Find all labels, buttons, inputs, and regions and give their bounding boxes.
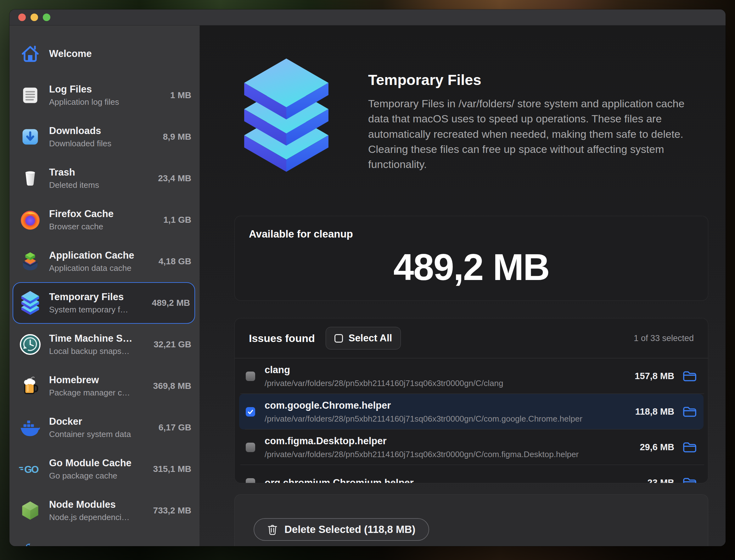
checkbox-unchecked-icon[interactable]: [246, 478, 255, 484]
issue-row-text: com.google.Chrome.helper /private/var/fo…: [265, 400, 629, 424]
sidebar-item-downloads[interactable]: Downloads Downloaded files 8,9 MB: [9, 116, 199, 158]
checkbox-checked-icon[interactable]: [246, 407, 255, 417]
sidebar-item-label: Firefox Cache: [49, 208, 114, 220]
traffic-light-close-button[interactable]: [18, 14, 26, 21]
open-folder-button[interactable]: [682, 406, 697, 418]
delete-selected-button[interactable]: Delete Selected (118,8 MB): [254, 518, 429, 541]
sidebar-item-welcome[interactable]: Welcome: [9, 33, 199, 75]
issue-row-text: com.figma.Desktop.helper /private/var/fo…: [265, 435, 633, 459]
sidebar-item-temporary-files[interactable]: Temporary Files System temporary f… 489,…: [13, 282, 195, 324]
sidebar-item-text: Docker Container system data: [49, 416, 131, 439]
select-all-button[interactable]: Select All: [326, 327, 401, 350]
issues-card: Issues found Select All 1 of 33 selected…: [234, 318, 708, 483]
document-icon: [19, 83, 42, 107]
checkbox-unchecked-icon[interactable]: [246, 443, 255, 452]
sidebar-item-label: Downloads: [49, 125, 111, 137]
issue-row-text: org.chromium.Chromium.helper: [265, 477, 641, 484]
sidebar-item-size: 315,1 MB: [147, 464, 191, 474]
layers-icon: [19, 291, 42, 315]
sidebar-item-text: Temporary Files System temporary f…: [49, 291, 128, 315]
folder-icon: [682, 441, 697, 454]
sidebar-item-text: Time Machine S… Local backup snaps…: [49, 333, 132, 356]
sidebar-item-application-cache[interactable]: Application Cache Application data cache…: [9, 241, 199, 282]
sidebar-item-sublabel: Deleted items: [49, 180, 99, 190]
sidebar-item-text: Firefox Cache Browser cache: [49, 208, 114, 232]
home-icon: [19, 42, 42, 66]
folder-icon: [682, 370, 697, 383]
checkbox-unchecked-icon: [334, 334, 343, 343]
go-icon: GO: [19, 457, 42, 481]
open-folder-button[interactable]: [682, 370, 697, 383]
sidebar-item-text: Welcome: [49, 48, 92, 59]
checkbox-unchecked-icon[interactable]: [246, 372, 255, 381]
cleanup-amount: 489,2 MB: [249, 246, 694, 288]
sidebar-item-trash[interactable]: Trash Deleted items 23,4 MB: [9, 158, 199, 199]
beer-mug-icon: [19, 374, 42, 398]
sidebar-item-sublabel: Application log files: [49, 97, 119, 107]
traffic-light-zoom-button[interactable]: [43, 14, 50, 21]
issue-row[interactable]: com.google.Chrome.helper /private/var/fo…: [239, 394, 704, 429]
sidebar-item-label: Homebrew: [49, 374, 130, 386]
issue-name: org.chromium.Chromium.helper: [265, 477, 641, 484]
traffic-light-minimize-button[interactable]: [31, 14, 38, 21]
selection-status: 1 of 33 selected: [634, 333, 694, 343]
sidebar-item-time-machine[interactable]: Time Machine S… Local backup snaps… 32,2…: [9, 324, 199, 365]
issue-row[interactable]: clang /private/var/folders/28/pn5xbh2114…: [235, 358, 708, 394]
sidebar-item-text: Downloads Downloaded files: [49, 125, 111, 148]
sidebar-item-label: Temporary Files: [49, 291, 128, 303]
trash-icon: [19, 166, 42, 190]
issue-path: /private/var/folders/28/pn5xbh2114160j71…: [265, 450, 633, 459]
main-panel: Temporary Files Temporary Files in /var/…: [200, 25, 726, 546]
sidebar-item-python-partial[interactable]: Python E…: [9, 531, 199, 546]
open-folder-button[interactable]: [682, 441, 697, 454]
firefox-icon: [19, 208, 42, 232]
sidebar-item-size: 489,2 MB: [146, 298, 190, 308]
issue-size: 157,8 MB: [635, 371, 674, 381]
issues-list: clang /private/var/folders/28/pn5xbh2114…: [235, 358, 708, 483]
sidebar-item-label: Log Files: [49, 84, 119, 95]
issues-header: Issues found Select All 1 of 33 selected: [235, 318, 708, 358]
sidebar-item-firefox-cache[interactable]: Firefox Cache Browser cache 1,1 GB: [9, 199, 199, 241]
sidebar-item-size: 23,4 MB: [152, 173, 191, 183]
issue-path: /private/var/folders/28/pn5xbh2114160j71…: [265, 414, 629, 424]
docker-icon: [19, 416, 42, 440]
sidebar-item-label: Welcome: [49, 48, 92, 59]
sidebar-item-text: Trash Deleted items: [49, 167, 99, 190]
folder-icon: [682, 477, 697, 484]
sidebar-item-log-files[interactable]: Log Files Application log files 1 MB: [9, 75, 199, 116]
issue-row[interactable]: org.chromium.Chromium.helper 23 MB: [235, 465, 708, 483]
sidebar-item-text: Log Files Application log files: [49, 84, 119, 107]
action-card: Delete Selected (118,8 MB): [234, 494, 708, 546]
issue-row[interactable]: com.figma.Desktop.helper /private/var/fo…: [235, 429, 708, 465]
trash-icon: [267, 524, 278, 535]
sidebar-item-label: Application Cache: [49, 250, 134, 261]
sidebar-item-sublabel: Downloaded files: [49, 139, 111, 148]
sidebar-item-text: Node Modules Node.js dependenci…: [49, 499, 130, 522]
issue-size: 29,6 MB: [640, 442, 674, 452]
issue-name: com.google.Chrome.helper: [265, 400, 629, 411]
sidebar-item-size: 1 MB: [164, 90, 191, 100]
select-all-label: Select All: [349, 333, 392, 344]
folder-icon: [682, 406, 697, 418]
issue-path: /private/var/folders/28/pn5xbh2114160j71…: [265, 378, 628, 388]
hero-text: Temporary Files Temporary Files in /var/…: [368, 59, 706, 172]
sidebar-item-text: Homebrew Package manager c…: [49, 374, 130, 398]
window-content: Welcome Log Files Application log files …: [9, 25, 726, 546]
cleanup-card-label: Available for cleanup: [249, 228, 694, 240]
sidebar-item-docker[interactable]: Docker Container system data 6,17 GB: [9, 407, 199, 448]
sidebar-item-size: 32,21 GB: [147, 339, 191, 350]
issues-title: Issues found: [249, 332, 315, 344]
open-folder-button[interactable]: [682, 477, 697, 484]
python-icon: [19, 540, 42, 546]
sidebar-item-size: 369,8 MB: [147, 381, 191, 391]
sidebar-item-go-module-cache[interactable]: GO Go Module Cache Go package cache 315,…: [9, 448, 199, 490]
sidebar-item-size: 4,18 GB: [152, 256, 191, 266]
sidebar-item-size: 6,17 GB: [152, 423, 191, 433]
sidebar-item-homebrew[interactable]: Homebrew Package manager c… 369,8 MB: [9, 365, 199, 407]
cleanup-summary-card: Available for cleanup 489,2 MB: [234, 216, 708, 301]
sidebar-item-sublabel: Go package cache: [49, 471, 132, 481]
sidebar-item-sublabel: Browser cache: [49, 222, 114, 232]
sidebar-item-sublabel: Application data cache: [49, 263, 134, 273]
sidebar-item-node-modules[interactable]: Node Modules Node.js dependenci… 733,2 M…: [9, 490, 199, 531]
sidebar-item-label: Trash: [49, 167, 99, 178]
